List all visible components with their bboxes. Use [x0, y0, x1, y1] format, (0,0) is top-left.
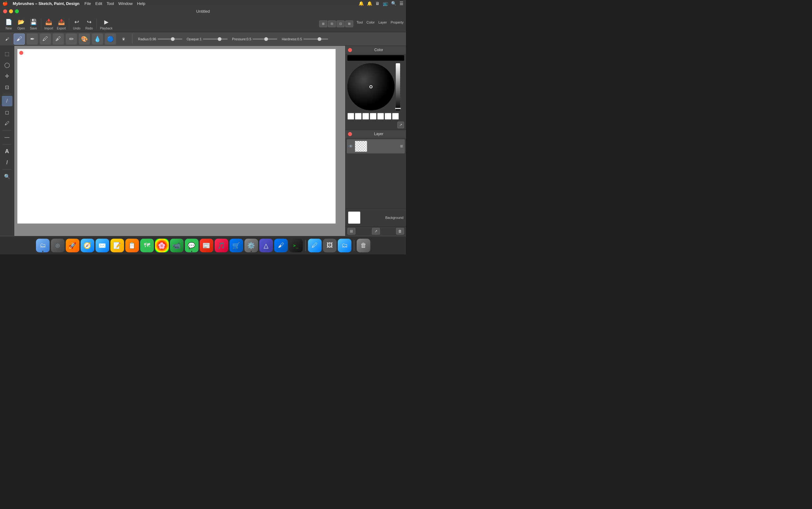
dock-facetime[interactable]: 📹 [170, 239, 184, 252]
dock-finder[interactable]: 🗂 [36, 239, 50, 252]
close-button[interactable] [3, 9, 7, 13]
color-wheel[interactable] [347, 63, 394, 110]
color-dot[interactable] [369, 85, 372, 88]
brush-tool-6[interactable]: 🎨 [79, 33, 90, 45]
pressure-thumb[interactable] [264, 37, 268, 41]
color-swatch-1[interactable] [355, 113, 362, 120]
selection-ellipse-tool[interactable]: ◯ [2, 60, 12, 70]
canvas-close-btn[interactable] [19, 51, 23, 55]
view-btn-1[interactable]: ⊞ [319, 21, 327, 27]
menu-edit[interactable]: Edit [95, 1, 102, 6]
selection-rect-tool[interactable]: ⬚ [2, 48, 12, 59]
canvas[interactable] [18, 49, 335, 224]
color-swatch-2[interactable] [362, 113, 369, 120]
dock-photo2[interactable]: 🖼 [323, 239, 336, 252]
color-preview-bar[interactable] [347, 55, 404, 61]
color-swatch-3[interactable] [370, 113, 377, 120]
undo-button[interactable]: ↩ Undo [70, 18, 83, 30]
pressure-slider[interactable] [253, 38, 277, 40]
dock-notes[interactable]: 📝 [110, 239, 124, 252]
maximize-button[interactable] [15, 9, 19, 13]
redo-button[interactable]: ↪ Redo [83, 18, 95, 30]
background-swatch[interactable] [348, 211, 360, 224]
text-tool[interactable]: A [2, 146, 12, 157]
color-swatch-0[interactable] [347, 113, 354, 120]
dock-store2[interactable]: 🗂 [338, 239, 351, 252]
delete-layer-button[interactable]: 🗑 [396, 228, 404, 235]
brightness-thumb[interactable] [395, 108, 401, 109]
opaque-thumb[interactable] [218, 37, 222, 41]
dock-music[interactable]: 🎵 [215, 239, 228, 252]
italic-text-tool[interactable]: I [2, 157, 12, 168]
view-btn-2[interactable]: ⊟ [328, 21, 336, 27]
brush-main-icon[interactable]: 🖌 [2, 34, 12, 44]
eraser-tool[interactable]: ◻ [2, 107, 12, 117]
dock-launchpad[interactable]: 🚀 [66, 239, 79, 252]
dock-messages[interactable]: 💬 [185, 239, 198, 252]
search-icon[interactable]: 🔍 [391, 1, 396, 6]
dock-photos[interactable]: 🌸 [155, 239, 169, 252]
dock-safari[interactable]: 🧭 [80, 239, 94, 252]
brightness-slider[interactable] [396, 63, 400, 110]
brush-tool-8[interactable]: 🔵 [105, 33, 116, 45]
import-button[interactable]: 📥 Import [42, 18, 55, 30]
dock-mybrushes[interactable]: 🖌 [274, 239, 288, 252]
dock-prefs[interactable]: ⚙️ [245, 239, 258, 252]
dock-coda[interactable]: △ [259, 239, 273, 252]
tab-tool[interactable]: Tool [356, 21, 363, 27]
dock-store1[interactable]: 🖊 [308, 239, 322, 252]
add-layer-button[interactable]: ⊞ [347, 228, 355, 235]
display-icon[interactable]: 📺 [383, 1, 388, 6]
brush-tool-special[interactable]: ♛ [118, 33, 129, 45]
dock-appstore[interactable]: 🛒 [229, 239, 243, 252]
minimize-button[interactable] [9, 9, 13, 13]
canvas-area[interactable] [14, 46, 345, 236]
pen-tool[interactable]: / [2, 96, 12, 106]
brush-tool-7[interactable]: 💧 [92, 33, 103, 45]
color-panel-close[interactable] [348, 48, 352, 52]
view-btn-4[interactable]: ⊠ [345, 21, 353, 27]
color-swatch-4[interactable] [377, 113, 384, 120]
brush-tool-5[interactable]: ✏ [66, 33, 77, 45]
selection-free-tool[interactable]: ⊡ [2, 82, 12, 92]
menu-file[interactable]: File [84, 1, 91, 6]
brush-tool-4[interactable]: 🖋 [53, 33, 64, 45]
dock-terminal[interactable]: >_ [289, 239, 303, 252]
export-button[interactable]: 📤 Export [55, 18, 68, 30]
opaque-slider[interactable] [203, 38, 228, 40]
dock-siri[interactable]: ◎ [51, 239, 65, 252]
line-tool[interactable]: — [2, 132, 12, 143]
eyedropper-tool[interactable]: 🖊 [2, 118, 12, 129]
new-button[interactable]: 📄 New [2, 18, 15, 30]
tab-property[interactable]: Property [390, 21, 403, 27]
playback-button[interactable]: ▶ Playback [98, 18, 115, 30]
dock-trash[interactable]: 🗑 [357, 239, 370, 252]
dock-news[interactable]: 📰 [200, 239, 214, 252]
color-swatch-5[interactable] [385, 113, 391, 120]
export-layer-button[interactable]: ↗ [372, 228, 380, 235]
brush-tool-2[interactable]: ✒ [27, 33, 38, 45]
open-button[interactable]: 📂 Open [15, 18, 27, 30]
transform-tool[interactable]: ✛ [2, 71, 12, 81]
mirror-icon[interactable]: 🖥 [375, 1, 380, 6]
dock-reminders[interactable]: 📋 [125, 239, 139, 252]
menu-window[interactable]: Window [119, 1, 133, 6]
tab-color[interactable]: Color [367, 21, 375, 27]
hardness-slider[interactable] [303, 38, 328, 40]
tab-layer[interactable]: Layer [379, 21, 387, 27]
hardness-thumb[interactable] [318, 37, 321, 41]
layer-eye-icon[interactable]: 👁 [349, 144, 353, 149]
layer-menu-icon[interactable]: ≡ [400, 143, 403, 149]
apple-menu[interactable]: 🍎 [2, 1, 8, 6]
menu-help[interactable]: Help [137, 1, 145, 6]
menu-icon[interactable]: ☰ [399, 1, 403, 6]
notification-icon[interactable]: 🔔 [359, 1, 364, 6]
brush-tool-1[interactable]: 🖌 [14, 33, 25, 45]
menu-tool[interactable]: Tool [107, 1, 114, 6]
radius-slider[interactable] [158, 38, 183, 40]
dock-maps[interactable]: 🗺 [140, 239, 154, 252]
color-swatch-6[interactable] [392, 113, 399, 120]
notification2-icon[interactable]: 🔔 [367, 1, 372, 6]
view-btn-3[interactable]: ⊡ [336, 21, 345, 27]
layer-item-0[interactable]: 👁 ≡ [347, 139, 405, 154]
